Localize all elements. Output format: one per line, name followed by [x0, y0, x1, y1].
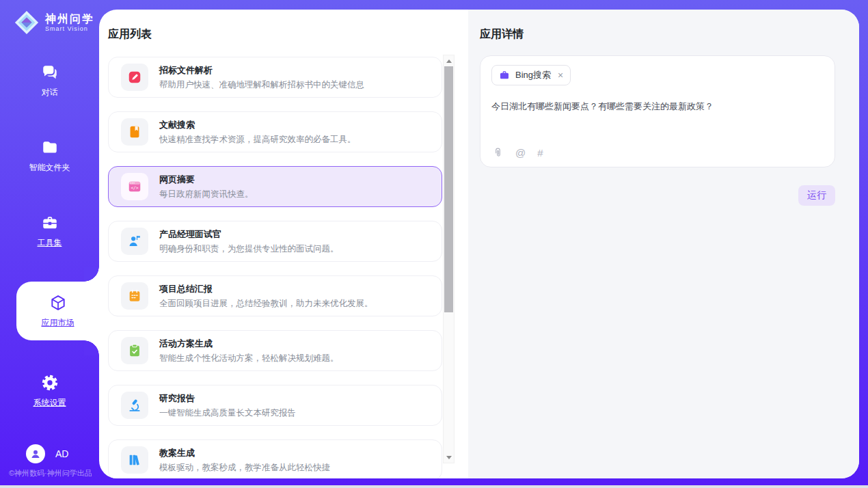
- app-title: 研究报告: [159, 392, 296, 405]
- paperclip-icon[interactable]: [492, 147, 504, 159]
- scrollbar-thumb[interactable]: [444, 66, 453, 312]
- browser-code-icon: [127, 179, 142, 194]
- app-description: 明确身份和职责，为您提供专业性的面试问题。: [159, 243, 339, 255]
- app-description: 智能生成个性化活动方案，轻松解决规划难题。: [159, 353, 339, 364]
- tool-tag-label: Bing搜索: [515, 69, 551, 81]
- list-item[interactable]: 文献搜索 快速精准查找学术资源，提高研究效率的必备工具。: [108, 111, 442, 152]
- app-description: 模板驱动，教案秒成，教学准备从此轻松快捷: [159, 462, 330, 474]
- tool-tag-bing-search[interactable]: Bing搜索 ×: [491, 65, 571, 85]
- chat-icon: [41, 64, 59, 81]
- hash-icon[interactable]: #: [537, 148, 543, 158]
- list-item[interactable]: 研究报告 一键智能生成高质量长文本研究报告: [108, 385, 442, 426]
- prompt-card: Bing搜索 × 今日湖北有哪些新闻要点？有哪些需要关注的最新政策？ @#: [480, 55, 835, 167]
- interviewer-icon: [127, 234, 142, 249]
- avatar[interactable]: [26, 444, 45, 463]
- brand-logo: 神州问学 Smart Vision: [0, 0, 99, 36]
- folder-icon: [41, 139, 59, 157]
- app-title: 文献搜索: [159, 119, 356, 131]
- sidebar-item-label: 工具集: [38, 237, 62, 249]
- triangle-up-icon: [446, 59, 452, 63]
- sidebar-nav: 对话 智能文件夹 工具集 应用市场 系统设置: [0, 56, 99, 416]
- cube-icon: [49, 294, 67, 312]
- sidebar-item-toolset[interactable]: 工具集: [0, 206, 99, 256]
- app-detail-title: 应用详情: [480, 27, 835, 42]
- list-item[interactable]: 产品经理面试官 明确身份和职责，为您提供专业性的面试问题。: [108, 221, 442, 262]
- app-title: 招标文件解析: [159, 64, 364, 77]
- app-description: 快速精准查找学术资源，提高研究效率的必备工具。: [159, 134, 356, 146]
- scroll-down-button[interactable]: [444, 452, 454, 463]
- sidebar: 神州问学 Smart Vision 对话 智能文件夹 工具集 应用市场 系统设置…: [0, 0, 99, 488]
- diamond-logo-icon: [14, 10, 40, 36]
- prompt-input[interactable]: 今日湖北有哪些新闻要点？有哪些需要关注的最新政策？: [491, 100, 824, 113]
- app-title: 教案生成: [159, 447, 330, 459]
- app-detail-panel: 应用详情 Bing搜索 × 今日湖北有哪些新闻要点？有哪些需要关注的最新政策？ …: [468, 10, 859, 478]
- app-description: 一键智能生成高质量长文本研究报告: [159, 407, 296, 419]
- app-description: 帮助用户快速、准确地理解和解析招标书中的关键信息: [159, 79, 364, 91]
- scrollbar-track[interactable]: [444, 66, 454, 452]
- app-title: 网页摘要: [159, 174, 254, 186]
- close-icon[interactable]: ×: [558, 70, 563, 80]
- books-icon: [127, 452, 142, 467]
- app-description: 每日政府新闻资讯快查。: [159, 189, 254, 200]
- list-item[interactable]: 教案生成 模板驱动，教案秒成，教学准备从此轻松快捷: [108, 439, 442, 478]
- list-item[interactable]: 网页摘要 每日政府新闻资讯快查。: [108, 166, 442, 207]
- app-list-panel: 应用列表 招标文件解析 帮助用户快速、准确地理解和解析招标书中的关键信息 文献搜…: [99, 10, 468, 478]
- briefcase-icon: [499, 70, 510, 81]
- microscope-icon: [127, 398, 142, 413]
- user-row[interactable]: AD: [26, 444, 68, 463]
- brand-subtitle: Smart Vision: [45, 25, 94, 32]
- app-list: 招标文件解析 帮助用户快速、准确地理解和解析招标书中的关键信息 文献搜索 快速精…: [108, 57, 442, 478]
- content: 应用列表 招标文件解析 帮助用户快速、准确地理解和解析招标书中的关键信息 文献搜…: [99, 10, 859, 478]
- sidebar-item-app-market[interactable]: 应用市场: [16, 282, 99, 340]
- app-title: 活动方案生成: [159, 338, 339, 350]
- clipboard-check-icon: [127, 343, 142, 358]
- sidebar-item-smart-folder[interactable]: 智能文件夹: [0, 131, 99, 180]
- app-list-title: 应用列表: [108, 27, 468, 42]
- notepad-icon: [127, 288, 142, 303]
- sidebar-item-label: 对话: [42, 87, 58, 98]
- user-name: AD: [55, 448, 68, 459]
- user-icon: [29, 448, 42, 460]
- sidebar-item-label: 系统设置: [33, 397, 66, 409]
- sidebar-item-label: 应用市场: [42, 317, 74, 329]
- book-icon: [127, 124, 142, 139]
- brand-name: 神州问学: [45, 13, 94, 25]
- app-title: 项目总结汇报: [159, 283, 373, 295]
- list-item[interactable]: 项目总结汇报 全面回顾项目进展，总结经验教训，助力未来优化发展。: [108, 275, 442, 316]
- gear-icon: [41, 374, 59, 392]
- scroll-up-button[interactable]: [444, 55, 454, 66]
- list-item[interactable]: 活动方案生成 智能生成个性化活动方案，轻松解决规划难题。: [108, 330, 442, 371]
- triangle-down-icon: [446, 456, 452, 459]
- toolbox-icon: [41, 214, 59, 232]
- list-item[interactable]: 招标文件解析 帮助用户快速、准确地理解和解析招标书中的关键信息: [108, 57, 442, 98]
- prompt-toolbar: @#: [492, 147, 543, 159]
- pen-square-icon: [127, 70, 142, 85]
- at-icon[interactable]: @: [515, 148, 526, 158]
- sidebar-item-chat[interactable]: 对话: [0, 56, 99, 105]
- bottom-strip: [0, 485, 868, 488]
- scrollbar[interactable]: [443, 55, 455, 463]
- sidebar-item-settings[interactable]: 系统设置: [0, 366, 99, 416]
- copyright: ©神州数码·神州问学出品: [9, 468, 92, 478]
- app-description: 全面回顾项目进展，总结经验教训，助力未来优化发展。: [159, 298, 373, 310]
- sidebar-item-label: 智能文件夹: [29, 162, 70, 174]
- run-button[interactable]: 运行: [798, 185, 835, 206]
- app-title: 产品经理面试官: [159, 228, 339, 241]
